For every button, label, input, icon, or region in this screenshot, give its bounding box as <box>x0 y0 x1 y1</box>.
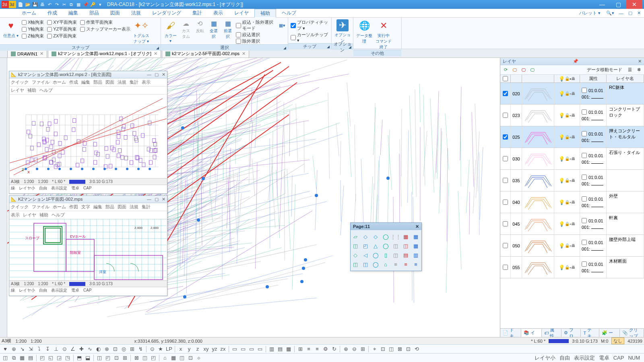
tool-icon[interactable]: ▦ <box>170 354 177 362</box>
layer-row[interactable]: 050💡🔒•🖶 01:0.01001: 腰壁外部上端 <box>500 235 644 257</box>
menu-item[interactable]: 編集 <box>93 204 102 210</box>
layer-visible-check[interactable] <box>503 91 508 96</box>
palette-tool-8[interactable]: ◰ <box>361 242 369 250</box>
layer-attr[interactable]: 01:0.01001: <box>580 148 607 169</box>
tool-icon[interactable]: ◫ <box>141 354 149 362</box>
panel-pin-icon[interactable]: 📌 <box>573 59 578 64</box>
main-tab-0[interactable]: ホーム <box>16 9 42 17</box>
mdi-btn-2[interactable]: ▢ <box>627 10 634 16</box>
main-tab-3[interactable]: 部品 <box>84 9 105 17</box>
tool-icon[interactable]: ▭ <box>248 346 255 353</box>
menu-item[interactable]: 作成 <box>69 79 78 85</box>
tool-icon[interactable]: ↯ <box>137 346 144 353</box>
select-color-button[interactable]: 🖌 カラー ▾ <box>163 19 178 43</box>
palette-tool-23[interactable]: ◯ <box>372 260 380 268</box>
palette-tool-12[interactable]: ◫ <box>402 242 410 250</box>
panel-tab-2[interactable]: 🏷属性… <box>542 329 561 337</box>
monitor1-icon[interactable]: 🖵 <box>511 66 518 74</box>
layer-row[interactable]: 025💡🔒•🖶 01:0.01001: 押えコンクリート・モルタル <box>500 126 644 148</box>
layer-row[interactable]: 045💡🔒•🖶 01:0.01001: 軒裏 <box>500 213 644 235</box>
close-button[interactable]: ✕ <box>626 0 642 9</box>
palette-tool-19[interactable]: ▤ <box>402 251 410 259</box>
tool-icon[interactable]: z <box>194 346 201 353</box>
tab-close-icon[interactable]: ✕ <box>40 51 43 56</box>
doc-tab-0[interactable]: DRAWIN1✕ <box>7 49 47 58</box>
group-launcher-icon[interactable]: ◢ <box>283 46 286 50</box>
subwindow-elevation[interactable]: 📐 k2マンション立体図-work12.mps:2 - [南立面図] —▢✕ ク… <box>9 71 167 194</box>
tool-icon[interactable]: ◲ <box>56 354 63 362</box>
subwindow-title[interactable]: 📐 k2マンション立体図-work12.mps:2 - [南立面図] —▢✕ <box>9 71 167 78</box>
tool-icon[interactable]: ⤵ <box>35 346 43 353</box>
layer-row[interactable]: 030💡🔒•🖶 01:0.01001: 石張り・タイル <box>500 148 644 170</box>
tool-icon[interactable]: ⬒ <box>76 354 83 362</box>
layer-row[interactable]: 020💡🔒•🖶 01:0.01001: RC躯体 <box>500 83 644 105</box>
tool-icon[interactable]: ≡ <box>305 346 312 353</box>
mdi-btn-3[interactable]: ✕ <box>636 10 642 16</box>
tool-icon[interactable]: ✚ <box>78 346 85 353</box>
qat-redo-icon[interactable]: ↷ <box>54 2 60 7</box>
select-mode-narrow[interactable]: 絞込選択 <box>236 32 285 38</box>
layer-visible-check[interactable] <box>503 178 508 183</box>
tool-icon[interactable]: ▭ <box>231 346 238 353</box>
panel-tab-6[interactable]: 📎クリップ <box>620 329 644 337</box>
snap-check-4[interactable]: YZ平面拘束 <box>47 26 77 32</box>
tool-icon[interactable]: ∿ <box>86 346 93 353</box>
panel-close-icon[interactable]: ✕ <box>638 59 642 64</box>
subwindow-plan[interactable]: 📐 K2マンション1F平面図-002.mps —▢✕ クイックファイルホーム作図… <box>9 195 167 296</box>
layer-attr[interactable]: 01:0.01001: <box>580 105 607 126</box>
sub-close-icon[interactable]: ✕ <box>162 197 165 202</box>
tool-icon[interactable]: ⧉ <box>10 354 17 362</box>
palette-tool-18[interactable]: ◫ <box>392 251 400 259</box>
layer-state-icons[interactable]: 💡🔒•🖶 <box>554 213 580 234</box>
tab-close-icon[interactable]: ✕ <box>242 51 246 56</box>
palette-tool-25[interactable]: ≡ <box>392 260 400 268</box>
end-command-button[interactable]: ✕ 実行中 コマンド終了 <box>375 19 392 50</box>
layer-state-icons[interactable]: 💡🔒•🖶 <box>554 126 580 148</box>
panel-tab-4[interactable]: Tテキ… <box>581 329 599 337</box>
tool-icon[interactable]: ▦ <box>285 346 292 353</box>
layer-state-icons[interactable]: 💡🔒•🖶 <box>554 148 580 169</box>
layer-attr[interactable]: 01:0.01001: <box>580 235 607 256</box>
tool-icon[interactable]: ⌖ <box>371 346 378 353</box>
snap-anypoint-button[interactable]: ♥ 任意点 ▾ <box>2 19 19 39</box>
menu-item[interactable]: ヘルプ <box>52 212 65 218</box>
panel-tab-3[interactable]: ⚙プロ… <box>561 329 581 337</box>
tool-icon[interactable]: ⊖ <box>351 346 358 353</box>
panel-tab-1[interactable]: 📚レイヤ <box>521 329 542 337</box>
snap-check-7[interactable]: ZX平面拘束 <box>47 33 77 39</box>
main-tab-5[interactable]: 法規 <box>126 9 147 17</box>
sub-max-icon[interactable]: ▢ <box>155 197 159 202</box>
main-tab-10[interactable]: 補助 <box>254 9 276 18</box>
tool-icon[interactable]: ◰ <box>150 354 157 362</box>
layer-name[interactable]: 木材断面 <box>607 257 644 278</box>
doc-tab-1[interactable]: k2マンション立体図-work12.mps:1 - [オブリク]✕ <box>48 49 161 58</box>
palette-tool-0[interactable]: ▱ <box>351 232 359 241</box>
layer-attr[interactable]: 01:0.01001: <box>580 126 607 148</box>
data-cleanup-button[interactable]: 🌐 データ整理 <box>356 19 373 44</box>
tool-icon[interactable]: ♥ <box>2 346 9 353</box>
tool-icon[interactable]: ⊡ <box>111 346 119 353</box>
menu-item[interactable]: レイヤ <box>11 87 24 93</box>
select-invert-button[interactable]: ⟲反転 <box>194 19 206 34</box>
menu-item[interactable]: 文字 <box>81 204 90 210</box>
filter-icon[interactable]: ☰ <box>626 66 634 74</box>
menu-item[interactable]: レイヤ <box>23 212 36 218</box>
tool-icon[interactable]: ⬓ <box>84 354 91 362</box>
layer-row[interactable]: 040💡🔒•🖶 01:0.01001: 外壁 <box>500 191 644 213</box>
sub-max-icon[interactable]: ▢ <box>155 72 159 77</box>
palette-tool-16[interactable]: ◯ <box>372 251 380 259</box>
select-all-button[interactable]: ▦全選択 <box>208 19 220 39</box>
palette-tool-11[interactable]: ◫ <box>392 242 400 250</box>
monitor3-icon[interactable]: 🖵 <box>528 66 536 74</box>
tab-close-icon[interactable]: ✕ <box>154 51 157 56</box>
tool-icon[interactable]: ⊡ <box>113 354 120 362</box>
option-button[interactable]: ✈ オプション <box>334 19 351 43</box>
menu-item[interactable]: ホーム <box>53 204 66 210</box>
tool-icon[interactable]: ▭ <box>239 346 247 353</box>
main-tab-6[interactable]: レンダリング <box>147 9 187 17</box>
menu-item[interactable]: 法規 <box>130 204 138 210</box>
sub-min-icon[interactable]: — <box>147 197 151 202</box>
palette-close-icon[interactable]: ✕ <box>415 224 419 229</box>
palette-tool-2[interactable]: ◇ <box>372 232 380 241</box>
menu-item[interactable]: 集計 <box>130 79 138 85</box>
